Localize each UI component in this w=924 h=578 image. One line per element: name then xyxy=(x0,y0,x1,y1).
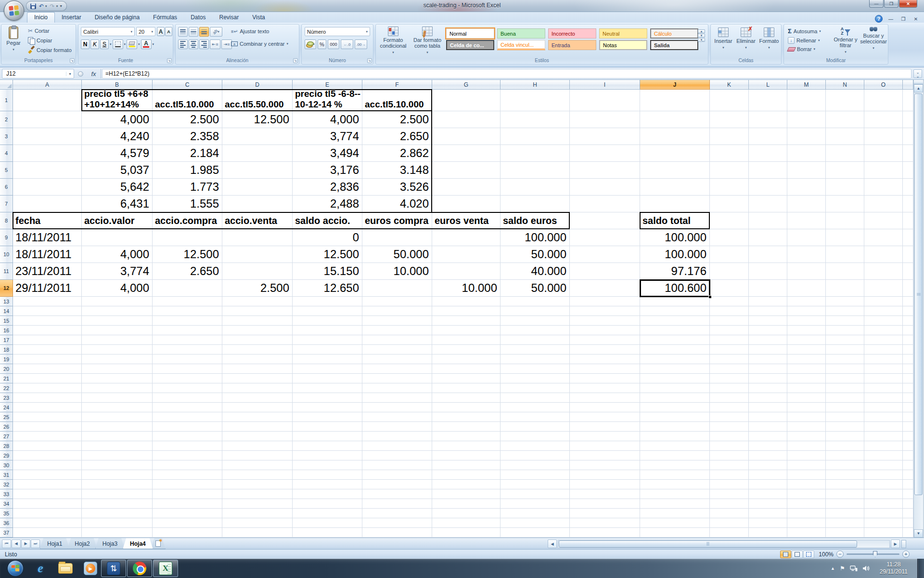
cell-B8[interactable]: accio.valor xyxy=(82,212,153,229)
cell-style-celda-de-co-[interactable]: Celda de co... xyxy=(446,40,494,50)
row-header-15[interactable]: 15 xyxy=(0,316,13,326)
cell-K32[interactable] xyxy=(710,480,749,489)
cell-N29[interactable] xyxy=(826,451,864,460)
cell-J22[interactable] xyxy=(640,383,710,393)
gallery-scroll-up-icon[interactable]: ▲ xyxy=(698,29,705,33)
cell-B22[interactable] xyxy=(82,383,153,393)
cell-L35[interactable] xyxy=(749,509,787,518)
row-header-7[interactable]: 7 xyxy=(0,196,13,212)
cell-M33[interactable] xyxy=(787,489,826,499)
cell-G11[interactable] xyxy=(432,263,500,280)
cell-C18[interactable] xyxy=(153,345,222,355)
cell-C32[interactable] xyxy=(153,480,222,489)
cell-E27[interactable] xyxy=(293,432,362,441)
cell-C20[interactable] xyxy=(153,364,222,374)
clock[interactable]: 11:28 29/11/2011 xyxy=(880,561,908,576)
cell-A36[interactable] xyxy=(13,518,82,528)
cell-H14[interactable] xyxy=(500,306,570,316)
cell-H37[interactable] xyxy=(500,528,570,538)
cell-L22[interactable] xyxy=(749,383,787,393)
cell-P20[interactable] xyxy=(903,364,913,374)
cell-I16[interactable] xyxy=(570,326,640,335)
cell-G6[interactable] xyxy=(432,179,500,196)
cell-E24[interactable] xyxy=(293,403,362,412)
cell-O30[interactable] xyxy=(864,460,903,470)
cell-C23[interactable] xyxy=(153,393,222,403)
column-header-D[interactable]: D xyxy=(222,80,293,90)
cell-B28[interactable] xyxy=(82,441,153,451)
cell-O25[interactable] xyxy=(864,412,903,422)
row-header-12[interactable]: 12 xyxy=(0,280,13,297)
cell-A19[interactable] xyxy=(13,355,82,364)
format-as-table-button[interactable]: 🖉 Dar formato como tabla ▾ xyxy=(411,26,444,55)
cell-B1[interactable]: precio tl5 +6+8 +10+12+14% xyxy=(82,90,153,111)
cell-H15[interactable] xyxy=(500,316,570,326)
cell-I22[interactable] xyxy=(570,383,640,393)
taskbar-chrome-button[interactable] xyxy=(127,560,152,577)
cell-B29[interactable] xyxy=(82,451,153,460)
cell-H2[interactable] xyxy=(500,111,570,128)
row-header-11[interactable]: 11 xyxy=(0,263,13,280)
row-header-32[interactable]: 32 xyxy=(0,480,13,489)
cell-O27[interactable] xyxy=(864,432,903,441)
cell-O3[interactable] xyxy=(864,128,903,145)
cell-J17[interactable] xyxy=(640,335,710,345)
cell-O18[interactable] xyxy=(864,345,903,355)
taskbar-excel-button[interactable]: X xyxy=(153,560,178,577)
cell-F10[interactable]: 50.000 xyxy=(362,246,432,263)
cell-H12[interactable]: 50.000 xyxy=(500,280,570,297)
cell-J2[interactable] xyxy=(640,111,710,128)
row-header-4[interactable]: 4 xyxy=(0,145,13,162)
next-sheet-icon[interactable]: ▶ xyxy=(21,539,30,548)
cell-E28[interactable] xyxy=(293,441,362,451)
cell-I13[interactable] xyxy=(570,297,640,306)
cell-D32[interactable] xyxy=(222,480,293,489)
cell-B34[interactable] xyxy=(82,499,153,509)
cell-G32[interactable] xyxy=(432,480,500,489)
cell-G16[interactable] xyxy=(432,326,500,335)
cell-P32[interactable] xyxy=(903,480,913,489)
cell-A37[interactable] xyxy=(13,528,82,538)
column-header-K[interactable]: K xyxy=(710,80,749,90)
row-header-27[interactable]: 27 xyxy=(0,432,13,441)
cell-N27[interactable] xyxy=(826,432,864,441)
cell-L20[interactable] xyxy=(749,364,787,374)
fill-button[interactable]: ↓Rellenar▾ xyxy=(786,37,822,44)
cell-D11[interactable] xyxy=(222,263,293,280)
cell-D16[interactable] xyxy=(222,326,293,335)
column-header-L[interactable]: L xyxy=(749,80,787,90)
cell-B2[interactable]: 4,000 xyxy=(82,111,153,128)
cell-D25[interactable] xyxy=(222,412,293,422)
cell-P3[interactable] xyxy=(903,128,913,145)
prev-sheet-icon[interactable]: ◀ xyxy=(12,539,21,548)
row-header-30[interactable]: 30 xyxy=(0,460,13,470)
cell-D30[interactable] xyxy=(222,460,293,470)
cell-E31[interactable] xyxy=(293,470,362,480)
cell-K27[interactable] xyxy=(710,432,749,441)
align-middle-button[interactable] xyxy=(189,27,198,37)
cell-O7[interactable] xyxy=(864,196,903,212)
cell-I30[interactable] xyxy=(570,460,640,470)
cell-C16[interactable] xyxy=(153,326,222,335)
cell-N23[interactable] xyxy=(826,393,864,403)
cell-L24[interactable] xyxy=(749,403,787,412)
cell-D14[interactable] xyxy=(222,306,293,316)
cell-H7[interactable] xyxy=(500,196,570,212)
cell-K9[interactable] xyxy=(710,229,749,246)
cell-B36[interactable] xyxy=(82,518,153,528)
column-header-E[interactable]: E xyxy=(293,80,362,90)
cell-K31[interactable] xyxy=(710,470,749,480)
cell-M9[interactable] xyxy=(787,229,826,246)
clear-button[interactable]: Borrar▾ xyxy=(786,46,822,53)
cell-A3[interactable] xyxy=(13,128,82,145)
cell-C22[interactable] xyxy=(153,383,222,393)
cell-F4[interactable]: 2.862 xyxy=(362,145,432,162)
cell-K36[interactable] xyxy=(710,518,749,528)
row-header-25[interactable]: 25 xyxy=(0,412,13,422)
cell-E12[interactable]: 12.650 xyxy=(293,280,362,297)
cell-B35[interactable] xyxy=(82,509,153,518)
cell-K22[interactable] xyxy=(710,383,749,393)
cell-P2[interactable] xyxy=(903,111,913,128)
cell-D3[interactable] xyxy=(222,128,293,145)
cell-A23[interactable] xyxy=(13,393,82,403)
